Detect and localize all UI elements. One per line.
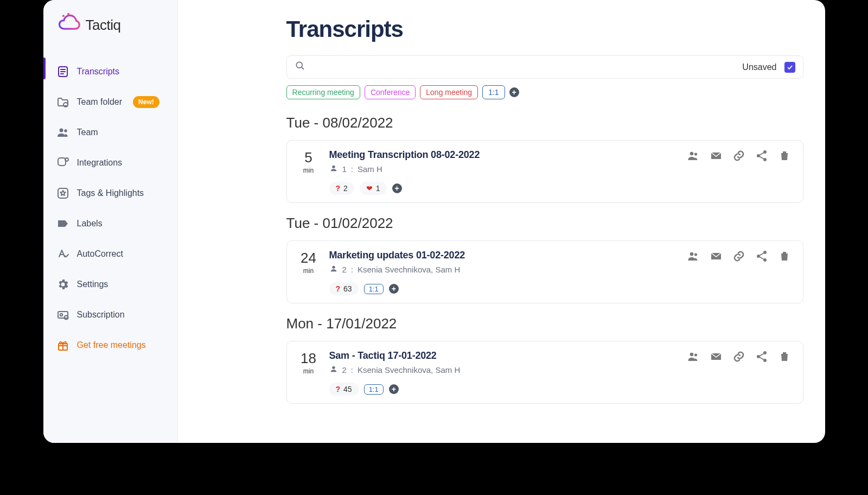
person-icon [329,264,338,275]
sidebar-item-subscription[interactable]: Subscription [47,301,174,329]
svg-point-23 [763,150,767,154]
svg-point-28 [694,253,697,256]
mail-icon[interactable] [710,250,723,263]
svg-point-0 [62,15,64,17]
day-heading: Mon - 17/01/2022 [286,315,803,332]
svg-point-34 [694,354,697,357]
sidebar-item-team-folder[interactable]: Team folder New! [47,88,174,116]
participants: 2: Ksenia Svechnikova, Sam H [329,264,676,275]
sidebar-item-autocorrect[interactable]: AutoCorrect [47,240,174,268]
share-icon[interactable] [755,350,768,363]
add-chip-button[interactable]: + [389,284,399,294]
share-people-icon[interactable] [687,149,700,162]
share-icon[interactable] [755,250,768,263]
filter-tags: Recurring meeting Conference Long meetin… [286,85,803,99]
card-chips: ?63 1:1 + [329,282,676,295]
sidebar-item-free-meetings[interactable]: Get free meetings [47,331,174,359]
add-chip-button[interactable]: + [389,384,399,394]
brand-name: Tactiq [86,17,121,34]
questions-count: 45 [343,385,352,394]
transcript-card[interactable]: 24 min Marketing updates 01-02-2022 2: K… [286,240,803,303]
svg-point-10 [65,158,68,161]
svg-point-7 [59,129,63,132]
duration-value: 5 [304,150,312,164]
sidebar-item-label: Tags & Highlights [77,188,144,198]
sidebar-item-team[interactable]: Team [47,118,174,147]
svg-rect-11 [58,188,68,198]
sidebar-item-integrations[interactable]: Integrations [47,149,174,177]
filter-tag-long[interactable]: Long meeting [420,85,478,99]
sidebar-item-labels[interactable]: Labels [47,210,174,238]
trash-icon[interactable] [778,250,791,263]
sidebar-item-label: Subscription [77,310,125,320]
add-chip-button[interactable]: + [392,183,402,193]
filter-tag-recurring[interactable]: Recurring meeting [286,85,360,99]
svg-point-20 [332,166,335,168]
participants-list: Ksenia Svechnikova, Sam H [358,265,460,274]
share-icon[interactable] [755,149,768,162]
questions-chip[interactable]: ?45 [329,383,359,396]
sidebar-item-tags[interactable]: Tags & Highlights [47,179,174,207]
card-body: Marketing updates 01-02-2022 2: Ksenia S… [329,250,676,295]
card-chips: ?45 1:1 + [329,383,676,396]
participants-list: Ksenia Svechnikova, Sam H [358,365,460,375]
search-bar[interactable]: Unsaved [286,55,803,79]
sidebar-item-label: Team [77,128,98,137]
sidebar-item-label: Settings [77,280,108,289]
add-filter-button[interactable]: + [509,87,519,97]
questions-chip[interactable]: ?2 [329,182,354,195]
trash-icon[interactable] [778,149,791,162]
folder-icon [56,96,69,109]
gear-icon [56,278,69,291]
participants-list: Sam H [358,164,382,174]
mail-icon[interactable] [710,350,723,363]
duration-value: 18 [301,351,316,365]
unsaved-checkbox[interactable] [784,62,795,73]
gift-icon [56,339,69,352]
hearts-chip[interactable]: ❤1 [360,182,387,195]
sidebar-item-transcripts[interactable]: Transcripts [47,58,174,86]
transcript-card[interactable]: 5 min Meeting Transcription 08-02-2022 1… [286,140,803,203]
card-chips: ?2 ❤1 + [329,182,676,195]
label-chip[interactable]: 1:1 [364,384,384,395]
duration: 5 min [299,149,318,174]
share-people-icon[interactable] [687,350,700,363]
svg-point-25 [763,158,767,161]
link-icon[interactable] [732,250,745,263]
questions-chip[interactable]: ?63 [329,282,359,295]
day-heading: Tue - 08/02/2022 [286,115,803,131]
participants-count: 2 [342,265,347,274]
trash-icon[interactable] [778,350,791,363]
participants: 2: Ksenia Svechnikova, Sam H [329,365,676,375]
app-window: Tactiq Transcripts Team folder New! Team… [43,0,825,443]
card-actions [687,250,791,263]
svg-rect-9 [58,158,66,166]
svg-point-8 [64,129,67,132]
transcript-title: Marketing updates 01-02-2022 [329,250,676,261]
search-input[interactable] [311,62,737,73]
link-icon[interactable] [732,149,745,162]
active-indicator [43,58,46,79]
link-icon[interactable] [732,350,745,363]
share-people-icon[interactable] [687,250,700,263]
sidebar-item-settings[interactable]: Settings [47,270,174,299]
sidebar-item-label: Transcripts [77,67,120,77]
subscription-icon [56,308,69,321]
svg-point-1 [67,13,69,15]
label-chip[interactable]: 1:1 [364,284,384,294]
integrations-icon [56,156,69,169]
card-actions [687,350,791,363]
sidebar-nav: Transcripts Team folder New! Team Integr… [43,54,177,359]
duration-value: 24 [301,251,316,265]
svg-point-33 [690,353,693,357]
page-title: Transcripts [286,16,803,42]
duration-unit: min [303,367,314,375]
brand-logo[interactable]: Tactiq [43,11,177,54]
svg-point-36 [757,355,760,358]
transcript-card[interactable]: 18 min Sam - Tactiq 17-01-2022 2: Ksenia… [286,341,803,404]
mail-icon[interactable] [710,149,723,162]
day-heading: Tue - 01/02/2022 [286,215,803,232]
filter-tag-1on1[interactable]: 1:1 [482,85,505,99]
filter-tag-conference[interactable]: Conference [365,85,416,99]
svg-point-30 [757,255,760,258]
